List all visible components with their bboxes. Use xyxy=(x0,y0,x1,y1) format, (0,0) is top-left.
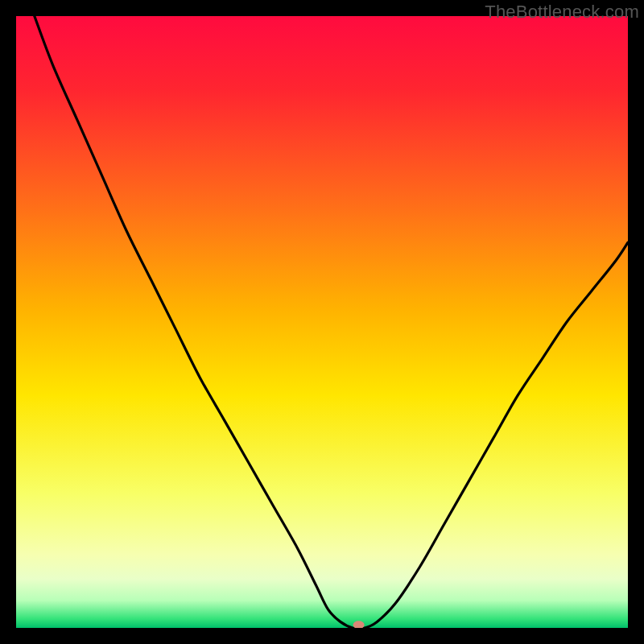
chart-frame: TheBottleneck.com xyxy=(0,0,644,644)
plot-area xyxy=(16,16,628,628)
gradient-background xyxy=(16,16,628,628)
chart-svg xyxy=(16,16,628,628)
